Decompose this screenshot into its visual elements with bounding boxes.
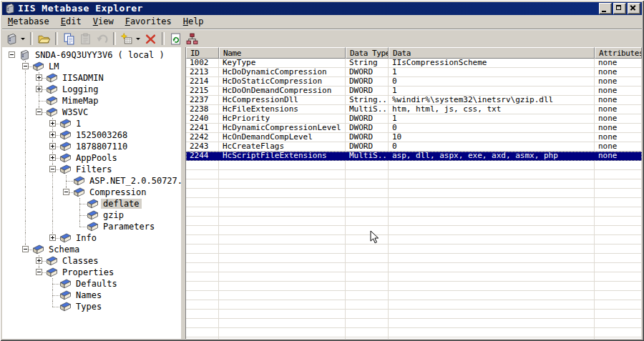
collapse-minus-icon[interactable] [49, 166, 56, 172]
cell-name[interactable]: KeyType [219, 59, 346, 68]
cell-data[interactable]: 1 [389, 68, 595, 77]
tree-item-defaults[interactable]: Defaults [2, 278, 181, 290]
cell-data-type[interactable]: MultiS... [346, 152, 389, 161]
table-row[interactable]: 2213HcDoDynamicCompressionDWORD1none [186, 68, 642, 77]
menu-view[interactable]: View [87, 15, 119, 29]
cell-name[interactable]: HcScriptFileExtensions [219, 152, 346, 161]
tree-item-asp-net-2-0-50727-0[interactable]: ASP.NET_2.0.50727.0 [2, 175, 181, 187]
tree-item-label[interactable]: Info [74, 233, 99, 243]
table-row[interactable]: 2240HcPriorityDWORD1none [186, 114, 642, 124]
cell-id[interactable]: 2214 [186, 77, 219, 87]
cell-data-type[interactable]: DWORD [346, 77, 389, 87]
cell-name[interactable]: HcDoDynamicCompression [219, 68, 346, 77]
expand-plus-icon[interactable] [49, 234, 56, 241]
collapse-minus-icon[interactable] [63, 189, 69, 195]
table-row[interactable]: 2244HcScriptFileExtensionsMultiS...asp, … [186, 152, 642, 161]
cell-data[interactable]: 1 [389, 114, 595, 124]
cell-name[interactable]: HcCompressionDll [219, 96, 346, 105]
tree-item-label[interactable]: Types [74, 302, 104, 312]
tree-item-deflate[interactable]: deflate [2, 198, 181, 209]
menu-metabase[interactable]: Metabase [2, 15, 55, 29]
table-row[interactable]: 2243HcCreateFlagsDWORD0none [186, 142, 642, 152]
tree-item-label[interactable]: 1878807110 [74, 142, 130, 152]
cell-id[interactable]: 2238 [186, 105, 219, 114]
expand-plus-icon[interactable] [36, 74, 42, 81]
tree-item-1[interactable]: 1 [2, 118, 181, 129]
tree-item-label[interactable]: deflate [101, 199, 142, 209]
tree-item-compression[interactable]: Compression [2, 187, 181, 198]
tree-item-label[interactable]: gzip [101, 210, 126, 220]
cell-id[interactable]: 2243 [186, 142, 219, 152]
cell-attributes[interactable]: none [595, 87, 642, 96]
tree-item-apppools[interactable]: AppPools [2, 152, 181, 164]
close-button[interactable] [628, 3, 640, 14]
collapse-minus-icon[interactable] [36, 109, 42, 115]
cell-name[interactable]: HcDynamicCompressionLevel [219, 124, 346, 133]
column-header-data-type[interactable]: Data Type [346, 47, 389, 59]
cell-data[interactable]: 0 [389, 77, 595, 87]
cell-data[interactable]: 10 [389, 133, 595, 142]
cell-id[interactable]: 2244 [186, 152, 219, 161]
tree-item-parameters[interactable]: Parameters [2, 221, 181, 232]
cell-attributes[interactable]: none [595, 133, 642, 142]
cell-attributes[interactable]: none [595, 152, 642, 161]
expand-plus-icon[interactable] [49, 132, 56, 138]
tree-item-properties[interactable]: Properties [2, 267, 181, 278]
table-row[interactable]: 2214HcDoStaticCompressionDWORD0none [186, 77, 642, 87]
tree-item-snda-69q3uyy3v6-local[interactable]: SNDA-69Q3UYY3V6 ( local ) [2, 49, 181, 61]
tree-item-names[interactable]: Names [2, 290, 181, 301]
panel-splitter[interactable] [181, 47, 186, 339]
cell-id[interactable]: 1002 [186, 59, 219, 68]
table-row[interactable]: 2241HcDynamicCompressionLevelDWORD0none [186, 124, 642, 133]
tree-item-mimemap[interactable]: MimeMap [2, 95, 181, 107]
cell-id[interactable]: 2213 [186, 68, 219, 77]
cell-data-type[interactable]: String [346, 59, 389, 68]
cell-attributes[interactable]: none [595, 105, 642, 114]
maximize-button[interactable] [613, 3, 626, 14]
delete-button[interactable] [142, 31, 159, 46]
cell-data-type[interactable]: DWORD [346, 87, 389, 96]
cell-data[interactable]: 0 [389, 142, 595, 152]
tree-item-gzip[interactable]: gzip [2, 209, 181, 221]
tree-item-1878807110[interactable]: 1878807110 [2, 141, 181, 152]
table-row[interactable]: 2242HcOnDemandCompLevelDWORD10none [186, 133, 642, 142]
tree-item-label[interactable]: MimeMap [60, 96, 101, 106]
table-row[interactable]: 2215HcDoOnDemandCompressionDWORD1none [186, 87, 642, 96]
cell-data[interactable]: %windir%\system32\inetsrv\gzip.dll [389, 96, 595, 105]
cell-attributes[interactable]: none [595, 96, 642, 105]
collapse-minus-icon[interactable] [22, 63, 29, 69]
tree-item-label[interactable]: W3SVC [60, 107, 90, 117]
table-row[interactable]: 2237HcCompressionDllString...%windir%\sy… [186, 96, 642, 105]
cell-data-type[interactable]: DWORD [346, 124, 389, 133]
cell-name[interactable]: HcOnDemandCompLevel [219, 133, 346, 142]
minimize-button[interactable] [599, 3, 612, 14]
expand-plus-icon[interactable] [49, 154, 56, 161]
tree-item-classes[interactable]: Classes [2, 255, 181, 267]
tree-item-label[interactable]: Compression [87, 187, 148, 197]
tree-item-label[interactable]: 1 [74, 119, 83, 129]
cell-name[interactable]: HcDoOnDemandCompression [219, 87, 346, 96]
menu-edit[interactable]: Edit [55, 15, 87, 29]
tree-item-label[interactable]: Parameters [101, 222, 157, 232]
expand-plus-icon[interactable] [49, 120, 56, 127]
tree-item-filters[interactable]: Filters [2, 164, 181, 175]
expand-plus-icon[interactable] [36, 257, 42, 264]
cell-data-type[interactable]: DWORD [346, 133, 389, 142]
cell-id[interactable]: 2242 [186, 133, 219, 142]
cell-data-type[interactable]: String... [346, 96, 389, 105]
open-button[interactable] [36, 31, 52, 46]
cell-attributes[interactable]: none [595, 59, 642, 68]
expand-plus-icon[interactable] [49, 143, 56, 149]
tree-item-label[interactable]: 1525003268 [74, 130, 130, 140]
refresh-button[interactable] [167, 31, 184, 46]
tree-item-1525003268[interactable]: 1525003268 [2, 129, 181, 141]
expand-plus-icon[interactable] [36, 86, 42, 92]
tree-item-label[interactable]: Schema [47, 244, 82, 254]
cell-name[interactable]: HcCreateFlags [219, 142, 346, 152]
collapse-minus-icon[interactable] [36, 269, 42, 275]
table-row[interactable]: 2238HcFileExtensionsMultiS...htm, html, … [186, 105, 642, 114]
cell-data-type[interactable]: DWORD [346, 114, 389, 124]
cell-attributes[interactable]: none [595, 68, 642, 77]
cell-data-type[interactable]: DWORD [346, 142, 389, 152]
cell-id[interactable]: 2237 [186, 96, 219, 105]
